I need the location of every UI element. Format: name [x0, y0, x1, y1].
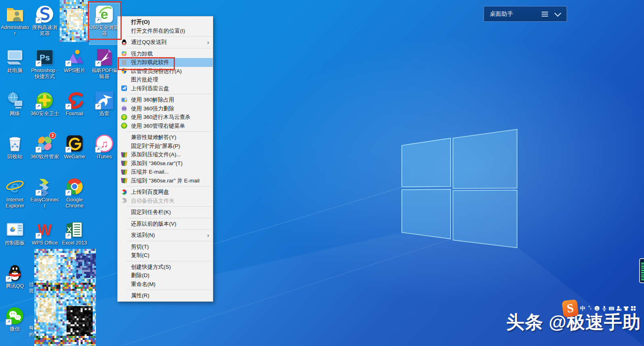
desktop-icon-Administrator[interactable]: Administrator [0, 3, 30, 44]
censored-desktop-icons[interactable] [60, 0, 89, 42]
chevron-down-icon[interactable] [555, 10, 561, 17]
menu-separator [127, 261, 211, 261]
easyconnect-icon: ↗ [35, 177, 54, 196]
censored-icon-label-fragment: 营 [29, 288, 34, 294]
icon-label: 360软件管家 [30, 154, 59, 160]
desktop-icon-Photoshop - 快捷方式[interactable]: Ps↗Photoshop - 快捷方式 [30, 46, 60, 87]
desktop-icon-福昕PDF编辑器[interactable]: ↗福昕PDF编辑器 [89, 46, 119, 87]
censored-desktop-icons[interactable] [34, 249, 96, 346]
desktop-icon-此电脑[interactable]: 此电脑 [0, 46, 30, 87]
menu-item-label: 固定到任务栏(K) [131, 209, 171, 215]
toolbox-icon[interactable] [630, 305, 636, 311]
icon-label: WPS图片 [60, 68, 89, 74]
menu-item-强力卸载此软件[interactable]: 强力卸载此软件 [118, 58, 213, 67]
voice-input-icon[interactable] [601, 305, 607, 311]
menu-item-使用 360强力删除[interactable]: 使用 360强力删除 [118, 104, 213, 113]
menu-item-自动备份该文件夹[interactable]: 自动备份该文件夹 [118, 197, 213, 205]
menu-item-发送到(N)[interactable]: 发送到(N)› [118, 231, 213, 240]
controlpanel-icon [5, 220, 25, 239]
menu-item-label: 压缩并 E-mail... [131, 169, 169, 175]
icon-label: Administrator [0, 25, 29, 37]
desktop-icon-360软件管家[interactable]: ↗3360软件管家 [30, 133, 60, 174]
menu-item-使用 360管理右键菜单[interactable]: 使用 360管理右键菜单 [118, 122, 213, 131]
menu-item-label: 使用 360进行木马云查杀 [131, 114, 191, 120]
shortcut-arrow-icon: ↗ [65, 147, 71, 153]
menu-item-属性(R)[interactable]: 属性(R) [118, 291, 213, 300]
virtual-keyboard-icon[interactable] [609, 305, 615, 311]
icon-label: Internet Explorer [0, 197, 29, 209]
account-icon[interactable]: B [616, 305, 622, 311]
rar-icon [121, 160, 127, 166]
censored-icon-label-fragment: 过 [29, 281, 34, 288]
rar-icon [121, 169, 127, 175]
desktop-icon-WeGame[interactable]: ↗WeGame [60, 133, 89, 174]
desktop-icon-迅雷[interactable]: ↗迅雷 [89, 89, 119, 131]
menu-item-兼容性疑难解答(Y)[interactable]: 兼容性疑难解答(Y) [118, 133, 213, 142]
desktop-icon-iTunes[interactable]: ♫↗iTunes [89, 133, 119, 174]
punctuation-mode-icon[interactable]: °, [587, 305, 593, 311]
menu-item-label: 兼容性疑难解答(Y) [131, 134, 177, 140]
menu-item-label: 重命名(M) [131, 281, 156, 287]
menu-item-固定到"开始"屏幕(P)[interactable]: 固定到"开始"屏幕(P) [118, 142, 213, 151]
desktop-icon-WPS图片[interactable]: ↗WPS图片 [60, 46, 89, 87]
menu-item-通过QQ发送到[interactable]: 通过QQ发送到› [118, 38, 213, 47]
excel-icon: X↗ [65, 220, 84, 239]
desktop-icon-控制面板[interactable]: 控制面板 [0, 219, 30, 260]
menu-item-复制(C)[interactable]: 复制(C) [118, 251, 213, 260]
baidu-icon [121, 189, 127, 195]
menu-item-固定到任务栏(K)[interactable]: 固定到任务栏(K) [118, 208, 213, 217]
desktop-icon-腾讯QQ[interactable]: ↗腾讯QQ [0, 262, 30, 303]
censored-icon-label-fragment: 的 [29, 331, 34, 338]
foxit-icon: ↗ [95, 48, 114, 67]
pinwheel-icon [121, 50, 127, 57]
desktop-icon-Google Chrome[interactable]: ↗Google Chrome [60, 176, 89, 217]
menu-item-上传到迅雷云盘[interactable]: 上传到迅雷云盘 [118, 84, 213, 93]
context-menu: 打开(O)打开文件所在的位置(I)通过QQ发送到›强力卸载强力卸载此软件以管理员… [117, 16, 213, 302]
skin-icon[interactable] [623, 305, 629, 311]
menu-item-上传到百度网盘[interactable]: 上传到百度网盘 [118, 188, 213, 197]
assistant-menu-icon[interactable] [542, 10, 548, 18]
shortcut-arrow-icon: ↗ [65, 104, 71, 110]
desktop-icon-网络[interactable]: 网络 [0, 89, 30, 131]
desktop-icon-微信[interactable]: ↗微信 [0, 305, 30, 346]
menu-item-打开(O)[interactable]: 打开(O) [118, 18, 213, 27]
icon-label: 福昕PDF编辑器 [90, 68, 119, 80]
desktop-icon-Internet Explorer[interactable]: eInternet Explorer [0, 176, 30, 217]
menu-item-使用 360解除占用[interactable]: 使用 360解除占用 [118, 95, 213, 104]
desktop-icon-搜狗高速浏览器[interactable]: ↗搜狗高速浏览器 [30, 3, 60, 44]
menu-item-添加到压缩文件(A)...[interactable]: 添加到压缩文件(A)... [118, 150, 213, 159]
menu-item-压缩到 "360se.rar" 并 E-mail[interactable]: 压缩到 "360se.rar" 并 E-mail [118, 176, 213, 185]
menu-item-使用 360进行木马云查杀[interactable]: 使用 360进行木马云查杀 [118, 113, 213, 122]
menu-item-创建快捷方式(S)[interactable]: 创建快捷方式(S) [118, 263, 213, 271]
desktop-icon-EasyConnect[interactable]: ↗EasyConnect [30, 176, 60, 217]
shortcut-arrow-icon: ↗ [95, 104, 101, 110]
menu-item-删除(D)[interactable]: 删除(D) [118, 271, 213, 280]
desktop-assistant-bar[interactable]: 桌面助手 [484, 6, 567, 22]
desktop-icon-回收站[interactable]: 回收站 [0, 133, 30, 174]
chinese-mode-icon[interactable]: 中 [580, 305, 586, 311]
chrome-icon: ↗ [65, 177, 84, 196]
menu-item-还原以前的版本(V)[interactable]: 还原以前的版本(V) [118, 220, 213, 228]
menu-item-重命名(M)[interactable]: 重命名(M) [118, 280, 213, 289]
rar-icon [121, 177, 127, 184]
desktop-icon-360安全浏览器[interactable]: e↗360安全浏览器 [89, 3, 119, 44]
desktop-icon-360安全卫士[interactable]: ↗360安全卫士 [30, 89, 60, 131]
menu-item-剪切(T)[interactable]: 剪切(T) [118, 242, 213, 251]
menu-item-图片批处理[interactable]: 图片批处理 [118, 75, 213, 84]
menu-separator [127, 36, 211, 37]
icon-label: 此电脑 [0, 68, 29, 74]
ps-icon: Ps↗ [35, 48, 54, 67]
wechat-icon: ↗ [5, 306, 25, 325]
desktop-icon-Foxmail[interactable]: ↗Foxmail [60, 89, 89, 131]
thunder_mini-icon [121, 85, 127, 91]
menu-item-强力卸载[interactable]: 强力卸载 [118, 50, 213, 58]
shortcut-arrow-icon: ↗ [95, 17, 101, 23]
sogou-logo-icon[interactable]: S [562, 299, 579, 317]
menu-item-打开文件所在的位置(I)[interactable]: 打开文件所在的位置(I) [118, 27, 213, 35]
shortcut-arrow-icon: ↗ [65, 60, 71, 66]
menu-item-压缩并 E-mail...[interactable]: 压缩并 E-mail... [118, 168, 213, 176]
menu-item-添加到 "360se.rar"(T)[interactable]: 添加到 "360se.rar"(T) [118, 159, 213, 168]
shortcut-arrow-icon: ↗ [6, 276, 12, 282]
emoji-picker-icon[interactable] [594, 305, 600, 311]
assistant-bar-title: 桌面助手 [490, 10, 542, 18]
